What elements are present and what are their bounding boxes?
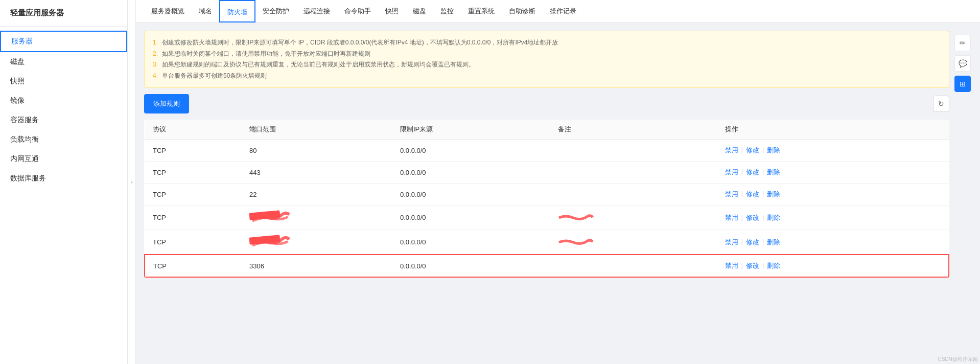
sidebar-item-服务器[interactable]: 服务器 bbox=[0, 31, 127, 52]
action-修改-2[interactable]: 修改 bbox=[746, 190, 759, 199]
cell-port: 3306 bbox=[241, 255, 392, 277]
action-修改-4[interactable]: 修改 bbox=[746, 238, 759, 247]
action-修改-3[interactable]: 修改 bbox=[746, 213, 759, 222]
chat-icon: 💬 bbox=[959, 59, 967, 67]
info-row: 1.创建或修改防火墙规则时，限制IP来源可填写单个 IP，CIDR 段或者0.0… bbox=[153, 37, 941, 49]
topnav-item-域名[interactable]: 域名 bbox=[192, 0, 219, 22]
app-title: 轻量应用服务器 bbox=[0, 0, 127, 27]
info-text: 创建或修改防火墙规则时，限制IP来源可填写单个 IP，CIDR 段或者0.0.0… bbox=[162, 37, 558, 49]
action-禁用-1[interactable]: 禁用 bbox=[725, 168, 738, 177]
table-row: TCP800.0.0.0/0禁用|修改|删除 bbox=[145, 140, 949, 162]
cell-protocol: TCP bbox=[145, 255, 241, 277]
cell-actions: 禁用|修改|删除 bbox=[717, 206, 949, 230]
sidebar-item-负载均衡[interactable]: 负载均衡 bbox=[0, 130, 127, 149]
info-row: 4.单台服务器最多可创建50条防火墙规则 bbox=[153, 71, 941, 82]
sidebar-item-快照[interactable]: 快照 bbox=[0, 72, 127, 91]
action-sep: | bbox=[762, 213, 764, 222]
sidebar-item-镜像[interactable]: 镜像 bbox=[0, 91, 127, 110]
topnav-item-远程连接[interactable]: 远程连接 bbox=[296, 0, 337, 22]
cell-note bbox=[550, 140, 717, 162]
cell-actions: 禁用|修改|删除 bbox=[717, 184, 949, 206]
grid-tool-button[interactable]: ⊞ bbox=[954, 76, 971, 92]
action-修改-1[interactable]: 修改 bbox=[746, 168, 759, 177]
cell-port bbox=[241, 230, 392, 255]
redacted-port bbox=[249, 211, 281, 220]
cell-protocol: TCP bbox=[145, 230, 241, 255]
cell-note bbox=[550, 255, 717, 277]
action-sep: | bbox=[741, 168, 743, 177]
action-修改-0[interactable]: 修改 bbox=[746, 146, 759, 155]
chat-tool-button[interactable]: 💬 bbox=[954, 55, 971, 72]
edit-tool-button[interactable]: ✏ bbox=[954, 35, 971, 51]
info-text: 如果您新建规则的端口及协议与已有规则重复，无论当前已有规则处于启用或禁用状态，新… bbox=[162, 59, 475, 71]
cell-ip: 0.0.0.0/0 bbox=[392, 140, 550, 162]
cell-ip: 0.0.0.0/0 bbox=[392, 206, 550, 230]
cell-note bbox=[550, 230, 717, 255]
sidebar-item-磁盘[interactable]: 磁盘 bbox=[0, 52, 127, 72]
action-禁用-4[interactable]: 禁用 bbox=[725, 238, 738, 247]
topnav-item-服务器概览[interactable]: 服务器概览 bbox=[144, 0, 192, 22]
action-禁用-2[interactable]: 禁用 bbox=[725, 190, 738, 199]
action-sep: | bbox=[741, 213, 743, 222]
action-sep: | bbox=[762, 261, 764, 270]
edit-icon: ✏ bbox=[960, 39, 966, 47]
cell-actions: 禁用|修改|删除 bbox=[717, 162, 949, 184]
info-text: 如果想临时关闭某个端口，请使用禁用功能，免于开放对应端口时再新建规则 bbox=[162, 49, 370, 60]
add-rule-button[interactable]: 添加规则 bbox=[144, 94, 189, 113]
table-row: TCP4430.0.0.0/0禁用|修改|删除 bbox=[145, 162, 949, 184]
action-links: 禁用|修改|删除 bbox=[725, 238, 941, 247]
content-inner: 1.创建或修改防火墙规则时，限制IP来源可填写单个 IP，CIDR 段或者0.0… bbox=[144, 31, 949, 356]
topnav-item-重置系统[interactable]: 重置系统 bbox=[461, 0, 502, 22]
top-nav: 服务器概览域名防火墙安全防护远程连接命令助手快照磁盘监控重置系统自助诊断操作记录 bbox=[136, 0, 980, 22]
cell-protocol: TCP bbox=[145, 206, 241, 230]
action-删除-2[interactable]: 删除 bbox=[767, 190, 780, 199]
main-content: 服务器概览域名防火墙安全防护远程连接命令助手快照磁盘监控重置系统自助诊断操作记录… bbox=[136, 0, 980, 364]
cell-ip: 0.0.0.0/0 bbox=[392, 184, 550, 206]
cell-ip: 0.0.0.0/0 bbox=[392, 162, 550, 184]
topnav-item-监控[interactable]: 监控 bbox=[433, 0, 461, 22]
info-number: 4. bbox=[153, 71, 160, 82]
action-删除-1[interactable]: 删除 bbox=[767, 168, 780, 177]
cell-actions: 禁用|修改|删除 bbox=[717, 255, 949, 277]
cell-ip: 0.0.0.0/0 bbox=[392, 230, 550, 255]
action-删除-0[interactable]: 删除 bbox=[767, 146, 780, 155]
topnav-item-命令助手[interactable]: 命令助手 bbox=[337, 0, 378, 22]
table-row: TCP220.0.0.0/0禁用|修改|删除 bbox=[145, 184, 949, 206]
collapse-panel[interactable]: ‹ bbox=[128, 0, 136, 364]
cell-port: 22 bbox=[241, 184, 392, 206]
refresh-icon: ↻ bbox=[938, 100, 944, 108]
action-删除-3[interactable]: 删除 bbox=[767, 213, 780, 222]
action-删除-5[interactable]: 删除 bbox=[767, 261, 780, 270]
topnav-item-快照[interactable]: 快照 bbox=[378, 0, 406, 22]
cell-note bbox=[550, 162, 717, 184]
topnav-item-安全防护[interactable]: 安全防护 bbox=[255, 0, 296, 22]
content-area: 1.创建或修改防火墙规则时，限制IP来源可填写单个 IP，CIDR 段或者0.0… bbox=[136, 22, 980, 364]
firewall-table: 协议端口范围限制IP来源备注操作 TCP800.0.0.0/0禁用|修改|删除T… bbox=[144, 120, 949, 278]
action-sep: | bbox=[741, 261, 743, 270]
refresh-button[interactable]: ↻ bbox=[933, 96, 949, 112]
action-修改-5[interactable]: 修改 bbox=[746, 261, 759, 270]
right-tools: ✏ 💬 ⊞ bbox=[953, 31, 972, 356]
action-禁用-5[interactable]: 禁用 bbox=[725, 261, 738, 270]
action-禁用-3[interactable]: 禁用 bbox=[725, 213, 738, 222]
cell-note bbox=[550, 184, 717, 206]
topnav-item-自助诊断[interactable]: 自助诊断 bbox=[502, 0, 543, 22]
action-sep: | bbox=[741, 146, 743, 155]
action-links: 禁用|修改|删除 bbox=[725, 261, 940, 270]
sidebar-item-内网互通[interactable]: 内网互通 bbox=[0, 149, 127, 169]
topnav-item-磁盘[interactable]: 磁盘 bbox=[406, 0, 433, 22]
sidebar-item-数据库服务[interactable]: 数据库服务 bbox=[0, 169, 127, 188]
info-text: 单台服务器最多可创建50条防火墙规则 bbox=[162, 71, 267, 82]
col-header-协议: 协议 bbox=[145, 120, 241, 140]
action-links: 禁用|修改|删除 bbox=[725, 146, 941, 155]
action-删除-4[interactable]: 删除 bbox=[767, 238, 780, 247]
info-number: 2. bbox=[153, 49, 160, 60]
watermark: CSDN@程序乐园 bbox=[938, 356, 978, 363]
col-header-操作: 操作 bbox=[717, 120, 949, 140]
sidebar-item-容器服务[interactable]: 容器服务 bbox=[0, 110, 127, 130]
topnav-item-操作记录[interactable]: 操作记录 bbox=[543, 0, 584, 22]
topnav-item-防火墙[interactable]: 防火墙 bbox=[219, 0, 255, 22]
col-header-备注: 备注 bbox=[550, 120, 717, 140]
grid-icon: ⊞ bbox=[960, 80, 966, 88]
action-禁用-0[interactable]: 禁用 bbox=[725, 146, 738, 155]
